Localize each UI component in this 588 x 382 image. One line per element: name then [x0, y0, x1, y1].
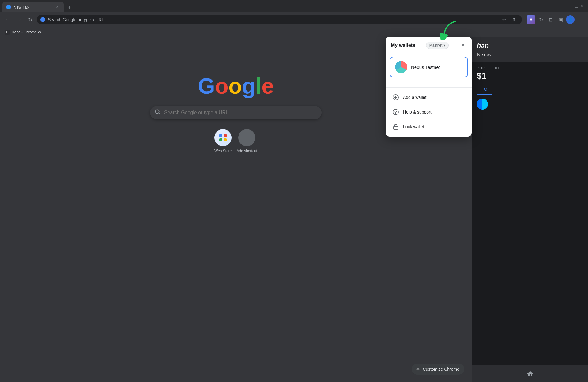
chrome-window: 🌐 New Tab × + ─ □ × ← → ↻ Search Google …: [0, 0, 588, 382]
svg-rect-12: [224, 134, 227, 137]
wallet-item[interactable]: Nexus Testnet: [390, 57, 468, 77]
lock-wallet-item[interactable]: Lock wallet: [386, 119, 472, 134]
window-controls: ─ □ ×: [569, 3, 586, 9]
hana-bottom-nav: [472, 365, 588, 382]
customize-icon: ✏: [417, 367, 420, 372]
title-bar: 🌐 New Tab × + ─ □ ×: [0, 0, 588, 12]
address-text: Search Google or type a URL: [48, 17, 104, 22]
help-support-icon: ?: [392, 108, 399, 116]
portfolio-value: $1: [477, 71, 583, 81]
svg-rect-21: [394, 126, 398, 129]
add-shortcut-icon: +: [238, 129, 255, 146]
web-store-label: Web Store: [214, 149, 232, 153]
tab-favicon: 🌐: [6, 5, 11, 9]
add-shortcut[interactable]: + Add shortcut: [237, 129, 257, 153]
sync-icon[interactable]: ↻: [537, 15, 545, 24]
omnibar: ← → ↻ Search Google or type a URL ☆ ⬆ H …: [0, 12, 588, 27]
portfolio-section: PORTFOLIO $1: [472, 62, 588, 84]
hana-bookmark-label: Hana - Chrome W...: [12, 30, 44, 34]
bookmarks-bar: H Hana - Chrome W...: [0, 27, 588, 37]
extensions-icon[interactable]: ⊞: [546, 15, 555, 24]
help-support-label: Help & support: [403, 110, 432, 114]
svg-rect-11: [219, 134, 222, 137]
customize-label: Customize Chrome: [423, 367, 459, 372]
back-button[interactable]: ←: [4, 15, 12, 24]
svg-point-9: [156, 110, 159, 113]
address-favicon: [40, 17, 45, 22]
popup-title: My wallets: [391, 43, 415, 48]
token-tabs: TO: [472, 84, 588, 95]
menu-icon[interactable]: ⋮: [576, 15, 584, 24]
search-bar[interactable]: [150, 106, 322, 119]
add-wallet-icon: [392, 94, 399, 101]
search-input[interactable]: [164, 110, 317, 115]
maximize-button[interactable]: □: [575, 3, 578, 9]
network-badge[interactable]: Mainnet ▾: [426, 42, 449, 49]
close-window-button[interactable]: ×: [580, 3, 583, 9]
search-icon: [155, 109, 160, 116]
sidebar-icon[interactable]: ▣: [556, 15, 565, 24]
hana-wallet-name: Nexus: [477, 52, 583, 58]
share-icon[interactable]: ⬆: [510, 15, 518, 24]
svg-rect-14: [224, 138, 227, 141]
svg-line-10: [159, 113, 160, 114]
wallet-popup: My wallets Mainnet ▾ × Nexus Testnet: [386, 37, 472, 137]
popup-menu: Add a wallet ? Help & support: [386, 87, 472, 137]
lock-wallet-icon: [392, 123, 399, 130]
chevron-down-icon: ▾: [443, 43, 445, 47]
svg-rect-13: [219, 138, 222, 141]
hana-bookmark-favicon: H: [5, 30, 10, 35]
hana-header: han Nexus: [472, 37, 588, 62]
omnibar-actions: H ↻ ⊞ ▣ 👤 ⋮: [527, 15, 584, 24]
tab-new-tab[interactable]: 🌐 New Tab ×: [2, 2, 64, 12]
main-content: Gmail Images G o o g l e: [0, 37, 588, 382]
hana-title: han: [477, 42, 583, 50]
help-support-item[interactable]: ? Help & support: [386, 105, 472, 119]
add-wallet-item[interactable]: Add a wallet: [386, 90, 472, 105]
web-store-shortcut[interactable]: Web Store: [214, 129, 232, 153]
lock-wallet-label: Lock wallet: [403, 124, 424, 129]
customize-chrome-button[interactable]: ✏ Customize Chrome: [412, 364, 464, 375]
svg-text:?: ?: [394, 110, 397, 114]
forward-button[interactable]: →: [15, 15, 23, 24]
wallet-avatar: [395, 61, 407, 73]
network-label: Mainnet: [429, 43, 443, 47]
hana-sidebar: han Nexus PORTFOLIO $1 TO: [472, 37, 588, 382]
arrow-indicator: [438, 18, 462, 40]
profile-icon[interactable]: 👤: [566, 15, 575, 24]
wallet-name: Nexus Testnet: [411, 65, 440, 70]
wallet-avatar-graphic: [395, 61, 407, 73]
shortcuts-container: Web Store + Add shortcut: [214, 129, 257, 153]
bookmark-icon[interactable]: ☆: [500, 15, 508, 24]
new-tab-button[interactable]: +: [65, 4, 74, 12]
add-wallet-label: Add a wallet: [403, 95, 426, 100]
tab-title: New Tab: [13, 5, 52, 9]
home-nav-icon[interactable]: [526, 370, 534, 377]
popup-close-button[interactable]: ×: [459, 42, 467, 49]
reload-button[interactable]: ↻: [26, 15, 34, 24]
token-icon: [477, 99, 488, 110]
token-tab-tokens[interactable]: TO: [477, 84, 492, 95]
google-logo: G o o g l e: [198, 73, 274, 99]
hana-bookmark[interactable]: H Hana - Chrome W...: [2, 28, 47, 36]
tab-bar: 🌐 New Tab × +: [2, 0, 568, 12]
add-shortcut-label: Add shortcut: [237, 149, 257, 153]
tab-close-btn[interactable]: ×: [55, 4, 60, 10]
token-item[interactable]: [472, 95, 588, 113]
portfolio-label: PORTFOLIO: [477, 66, 583, 70]
minimize-button[interactable]: ─: [569, 3, 572, 9]
popup-spacer: [386, 81, 472, 86]
web-store-icon: [214, 129, 232, 146]
hana-wallet-icon[interactable]: H: [527, 15, 535, 24]
